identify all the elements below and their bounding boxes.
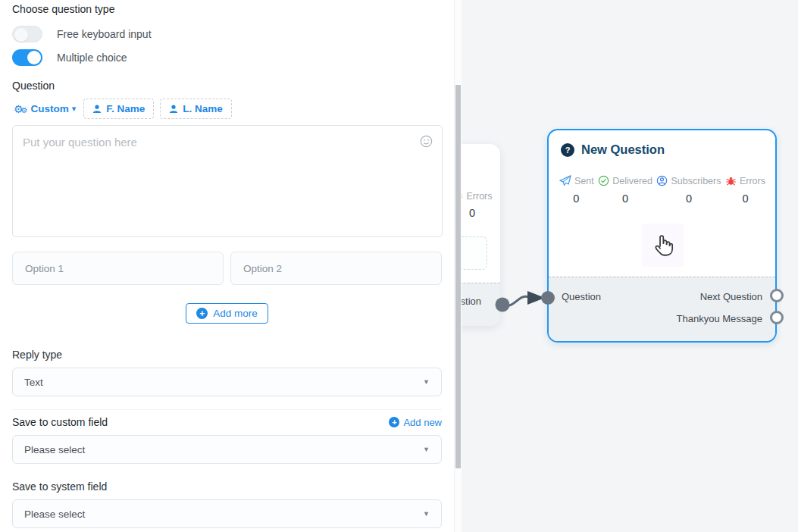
question-textarea[interactable] (12, 125, 443, 237)
add-new-label: Add new (403, 417, 442, 428)
emoji-picker-icon[interactable] (420, 135, 433, 148)
new-question-node[interactable]: ? New Question Sent 0 Delivered (547, 129, 777, 343)
bug-errors-icon (725, 175, 737, 186)
question-type-toggles: Free keyboard input Multiple choice (12, 25, 442, 67)
chevron-down-icon: ▼ (423, 510, 430, 518)
subscribers-icon (656, 175, 668, 186)
stat-subscribers: Subscribers 0 (656, 175, 721, 205)
question-textarea-wrap (12, 125, 442, 240)
answer-options-row (12, 252, 442, 285)
stat-value: 0 (598, 192, 652, 205)
custom-field-select[interactable]: Please select ▼ (12, 435, 442, 464)
scrollbar-thumb[interactable] (455, 85, 461, 468)
stat-label: Subscribers (671, 176, 721, 186)
node-stats-row: Sent 0 Delivered 0 Subscribers (549, 175, 775, 205)
stat-label: Errors (466, 191, 492, 202)
panel-scrollbar[interactable] (455, 0, 462, 532)
node-ports-section: uestion (462, 283, 500, 326)
custom-dropdown-label: Custom (31, 103, 69, 114)
plus-circle-icon: + (389, 417, 399, 427)
input-port-label: Question (562, 291, 601, 302)
output-port-label: Next Question (700, 291, 762, 302)
save-custom-field-heading: Save to custom field (12, 416, 108, 428)
toggle-knob (14, 28, 28, 42)
reply-type-select[interactable]: Text ▼ (12, 368, 442, 396)
stat-value: 0 (725, 192, 765, 205)
free-keyboard-label: Free keyboard input (57, 28, 152, 40)
save-system-field-heading: Save to system field (12, 480, 442, 493)
caret-down-icon: ▾ (72, 104, 77, 114)
stat-label: Delivered (612, 176, 652, 186)
custom-field-value: Please select (24, 444, 85, 455)
insert-last-name-button[interactable]: L. Name (160, 99, 232, 119)
option-1-input[interactable] (12, 252, 224, 285)
add-more-button[interactable]: + Add more (186, 303, 268, 324)
option-placeholder-box (462, 236, 487, 270)
stat-label: Sent (574, 176, 594, 186)
add-new-custom-field-link[interactable]: + Add new (389, 417, 442, 428)
output-port-label: uestion (462, 296, 481, 307)
system-field-value: Please select (24, 509, 85, 520)
toggle-row-free-keyboard[interactable]: Free keyboard input (12, 25, 442, 43)
custom-fields-dropdown[interactable]: ⚙⚙ Custom ▾ (12, 100, 77, 117)
next-question-output-port[interactable] (770, 289, 784, 302)
plus-circle-icon: + (196, 308, 208, 319)
question-heading: Question (12, 80, 442, 92)
question-settings-panel: Choose question type Free keyboard input… (0, 0, 455, 532)
stat-sent: Sent 0 (559, 175, 594, 205)
stat-errors: Errors 0 (725, 175, 765, 205)
hand-pointer-cursor-icon (650, 233, 676, 258)
stat-errors: Errors 0 (462, 190, 496, 219)
flow-canvas[interactable]: Errors 0 uestion ? New Question Sent 0 (462, 0, 798, 532)
chevron-down-icon: ▼ (423, 378, 430, 386)
toggle-row-multiple-choice[interactable]: Multiple choice (12, 49, 442, 67)
stat-value: 0 (559, 192, 594, 205)
delivered-check-icon (598, 175, 609, 186)
chip-label: F. Name (106, 103, 145, 114)
stat-value: 0 (656, 192, 721, 205)
toggle-knob (27, 51, 41, 64)
add-more-label: Add more (213, 308, 258, 319)
send-icon (559, 175, 571, 186)
gears-icon: ⚙⚙ (14, 104, 28, 114)
multiple-choice-label: Multiple choice (57, 52, 127, 64)
insert-first-name-button[interactable]: F. Name (83, 99, 154, 119)
person-icon (92, 105, 102, 114)
bug-errors-icon (462, 190, 463, 202)
system-field-select[interactable]: Please select ▼ (12, 499, 442, 528)
question-mark-badge-icon: ? (561, 143, 574, 157)
stat-label: Errors (740, 176, 765, 186)
merge-field-toolbar: ⚙⚙ Custom ▾ F. Name L. Name (12, 99, 442, 119)
option-2-input[interactable] (230, 252, 442, 285)
stat-value: 0 (462, 207, 496, 219)
free-keyboard-toggle[interactable] (12, 26, 42, 42)
chevron-down-icon: ▼ (423, 446, 430, 453)
node-title: New Question (581, 142, 665, 157)
multiple-choice-toggle[interactable] (12, 49, 42, 66)
output-port-label: Thankyou Message (677, 313, 762, 324)
reply-type-value: Text (24, 377, 43, 388)
node-header: ? New Question (549, 130, 775, 157)
reply-type-heading: Reply type (12, 349, 442, 361)
person-icon (169, 105, 178, 114)
stat-delivered: Delivered 0 (598, 175, 652, 205)
save-custom-field-row: Save to custom field + Add new (12, 409, 442, 428)
mouse-cursor-overlay (642, 224, 684, 267)
node-ports-section: Question Next Question Thankyou Message (549, 277, 775, 341)
previous-question-node[interactable]: Errors 0 uestion (462, 144, 500, 326)
thankyou-message-output-port[interactable] (770, 311, 784, 324)
add-more-wrap: + Add more (12, 303, 442, 324)
choose-question-type-heading: Choose question type (12, 3, 442, 15)
chip-label: L. Name (183, 103, 223, 114)
